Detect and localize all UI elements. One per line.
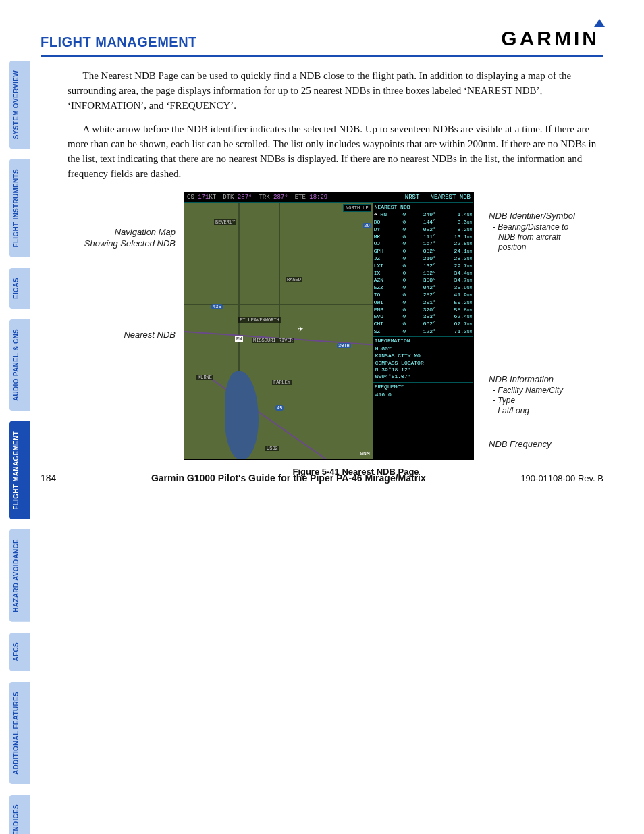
sidebar-tab[interactable]: AUDIO PANEL & CNS <box>9 319 30 411</box>
ndb-row[interactable]: AZN⊙350°34.7NM <box>374 277 472 284</box>
ndb-row[interactable]: LXT⊙132°29.7NM <box>374 263 472 270</box>
map-label: MISSOURI RIVER <box>252 338 294 343</box>
page-number: 184 <box>41 473 56 484</box>
sidebar-tab[interactable]: FLIGHT INSTRUMENTS <box>9 159 30 257</box>
sidebar-tab[interactable]: FLIGHT MANAGEMENT <box>9 421 30 519</box>
map-label: FT LEAVENWORTH <box>238 317 281 323</box>
navigation-map: NORTH UP BEVERLY RAGED FT LEAVENWORTH MI… <box>184 203 373 459</box>
ndb-row[interactable]: OJ⊙167°22.8NM <box>374 240 472 248</box>
ndb-row[interactable]: OWI⊙201°50.2NM <box>374 299 472 307</box>
northup-badge: NORTH UP <box>343 204 371 212</box>
callout-ndb-info: NDB Information - Facility Name/City - T… <box>489 374 563 415</box>
sidebar-tab[interactable]: AFCS <box>9 633 30 671</box>
sidebar-tab[interactable]: SYSTEM OVERVIEW <box>9 61 30 149</box>
ndb-row[interactable]: DY⊙052°8.2NM <box>374 226 472 234</box>
figure: Navigation Map Showing Selected NDB Near… <box>81 192 603 460</box>
ndb-frequency: 416.0 <box>373 390 473 400</box>
map-shield: 45 <box>275 405 284 411</box>
ndb-row[interactable]: RN⊙249°1.4NM <box>374 211 472 219</box>
sidebar-tab[interactable]: EICAS <box>9 268 30 309</box>
map-label: FARLEY <box>272 380 292 385</box>
box-header-nearest: NEAREST NDB <box>373 203 473 211</box>
map-ndb-marker: RN <box>235 336 243 342</box>
ndb-row[interactable]: FNB⊙320°58.8NM <box>374 307 472 314</box>
map-shield: 29 <box>363 223 371 228</box>
ndb-row[interactable]: JZ⊙210°28.3NM <box>374 255 472 263</box>
sidebar-tab[interactable]: APPENDICES <box>9 795 30 834</box>
ndb-row[interactable]: TO⊙252°41.9NM <box>374 292 472 299</box>
ndb-list: RN⊙249°1.4NMDO⊙144°6.3NMDY⊙052°8.2NMMK⊙1… <box>373 211 473 336</box>
map-label: KURNE <box>196 375 213 380</box>
sidebar-tab[interactable]: HAZARD AVOIDANCE <box>9 529 30 622</box>
sidebar-tab[interactable]: ADDITIONAL FEATURES <box>9 682 30 784</box>
callout-ndb-freq: NDB Frequency <box>489 439 551 450</box>
footer-revision: 190-01108-00 Rev. B <box>520 473 603 484</box>
brand-logo: GARMIN <box>501 27 603 50</box>
map-scale: 8NM <box>360 450 369 457</box>
callout-ndb-id: NDB Identifier/Symbol - Bearing/Distance… <box>489 211 575 252</box>
map-label: RAGED <box>286 277 302 282</box>
body-paragraph: The Nearest NDB Page can be used to quic… <box>68 69 603 113</box>
ndb-row[interactable]: EZZ⊙042°35.9NM <box>374 284 472 292</box>
box-header-info: INFORMATION <box>373 336 473 344</box>
ndb-row[interactable]: EVU⊙353°62.4NM <box>374 313 472 321</box>
section-title: FLIGHT MANAGEMENT <box>41 34 197 50</box>
ndb-info-box: HUGGY KANSAS CITY MO COMPASS LOCATOR N 3… <box>373 344 473 382</box>
callout-nav-map: Navigation Map Showing Selected NDB <box>81 227 176 249</box>
aircraft-icon: ✈ <box>298 323 303 334</box>
body-paragraph: A white arrow before the NDB identifier … <box>68 122 603 181</box>
g1000-screenshot: GS 171KT DTK 287° TRK 287° ETE 18:29 NRS… <box>184 192 474 460</box>
footer-title: Garmin G1000 Pilot's Guide for the Piper… <box>151 473 426 484</box>
ndb-row[interactable]: IX⊙182°34.4NM <box>374 270 472 278</box>
ndb-row[interactable]: MK⊙111°13.1NM <box>374 234 472 241</box>
sidebar-tabs: SYSTEM OVERVIEWFLIGHT INSTRUMENTSEICASAU… <box>9 61 30 834</box>
map-shield: 435 <box>211 304 223 309</box>
ndb-row[interactable]: GPH⊙082°24.1NM <box>374 248 472 255</box>
map-label: BEVERLY <box>214 219 236 225</box>
callout-nearest-ndb: Nearest NDB <box>124 330 176 340</box>
ndb-row[interactable]: CHT⊙062°67.7NM <box>374 321 472 328</box>
status-bar: GS 171KT DTK 287° TRK 287° ETE 18:29 NRS… <box>184 192 473 203</box>
map-label: US02 <box>265 446 279 451</box>
ndb-row[interactable]: SZ⊙122°71.3NM <box>374 328 472 336</box>
ndb-row[interactable]: DO⊙144°6.3NM <box>374 219 472 226</box>
map-shield: 30TH <box>337 343 351 348</box>
box-header-freq: FREQUENCY <box>373 382 473 390</box>
